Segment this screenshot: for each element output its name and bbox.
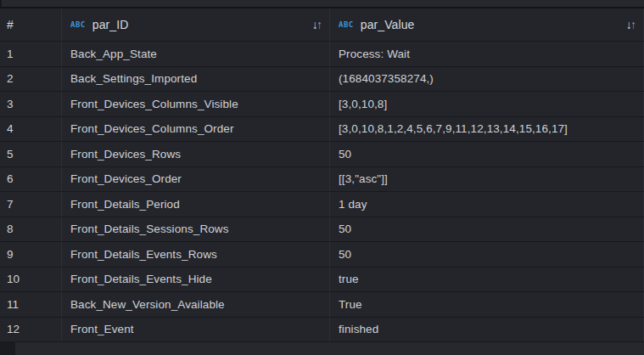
column-header-index: # xyxy=(0,8,62,41)
table-panel: # ABC par_ID ↓↑ ABC par_Value ↓↑ 1 Back_… xyxy=(0,0,644,355)
column-header-par-value-label: par_Value xyxy=(361,18,415,31)
row-index-cell: 9 xyxy=(0,242,62,267)
table-row: 11 Back_New_Version_Available True xyxy=(0,292,644,318)
row-index-cell: 4 xyxy=(0,117,62,142)
panel-bottom-edge xyxy=(0,342,644,355)
column-header-par-id-label: par_ID xyxy=(92,18,129,31)
table-row: 1 Back_App_State Process: Wait xyxy=(0,42,644,67)
row-index-cell: 6 xyxy=(0,167,62,192)
row-index-cell: 2 xyxy=(0,67,62,92)
par-value-cell: [3,0,10,8] xyxy=(330,92,644,116)
table-row: 5 Front_Devices_Rows 50 xyxy=(0,142,644,167)
row-index-cell: 8 xyxy=(0,217,62,242)
panel-top-edge xyxy=(0,0,644,7)
sort-icon[interactable]: ↓↑ xyxy=(312,19,322,31)
row-index-cell: 3 xyxy=(0,92,62,116)
table-row: 12 Front_Event finished xyxy=(0,318,644,343)
par-value-cell: true xyxy=(330,268,644,292)
row-index-cell: 1 xyxy=(0,42,62,66)
par-id-cell: Front_Details_Events_Hide xyxy=(62,268,330,292)
table-header-row: # ABC par_ID ↓↑ ABC par_Value ↓↑ xyxy=(0,8,644,42)
row-index-cell: 7 xyxy=(0,192,62,217)
sort-icon[interactable]: ↓↑ xyxy=(626,19,636,31)
par-id-cell: Back_Settings_Imported xyxy=(62,67,330,92)
par-value-cell: 50 xyxy=(330,242,644,267)
table-row: 6 Front_Devices_Order [[3,"asc"]] xyxy=(0,167,644,193)
table-row: 8 Front_Details_Sessions_Rows 50 xyxy=(0,217,644,243)
column-header-index-label: # xyxy=(7,18,14,31)
parameters-table: # ABC par_ID ↓↑ ABC par_Value ↓↑ 1 Back_… xyxy=(0,8,644,342)
par-value-cell: 50 xyxy=(330,217,644,242)
row-index-cell: 5 xyxy=(0,142,62,166)
sort-up-arrow-icon: ↑ xyxy=(630,18,636,31)
table-row: 7 Front_Details_Period 1 day xyxy=(0,192,644,217)
par-id-cell: Front_Devices_Columns_Visible xyxy=(62,92,330,116)
par-value-cell: finished xyxy=(330,318,644,342)
par-id-cell: Front_Devices_Order xyxy=(62,167,330,192)
par-id-cell: Front_Details_Sessions_Rows xyxy=(62,217,330,242)
par-value-cell: 50 xyxy=(330,142,644,166)
par-value-cell: Process: Wait xyxy=(330,42,644,66)
par-id-cell: Front_Devices_Columns_Order xyxy=(62,117,330,142)
par-value-cell: 1 day xyxy=(330,192,644,217)
par-value-cell: [[3,"asc"]] xyxy=(330,167,644,192)
table-row: 2 Back_Settings_Imported (1684037358274,… xyxy=(0,67,644,93)
row-index-cell: 12 xyxy=(0,318,62,342)
par-value-cell: [3,0,10,8,1,2,4,5,6,7,9,11,12,13,14,15,1… xyxy=(330,117,644,142)
par-value-cell: (1684037358274,) xyxy=(330,67,644,92)
column-header-par-id[interactable]: ABC par_ID ↓↑ xyxy=(62,8,330,41)
par-value-cell: True xyxy=(330,292,644,317)
par-id-cell: Front_Devices_Rows xyxy=(62,142,330,166)
table-row: 10 Front_Details_Events_Hide true xyxy=(0,268,644,293)
string-type-icon: ABC xyxy=(70,20,86,29)
row-index-cell: 11 xyxy=(0,292,62,317)
bottom-left-corner xyxy=(0,342,15,355)
table-row: 3 Front_Devices_Columns_Visible [3,0,10,… xyxy=(0,92,644,117)
sort-up-arrow-icon: ↑ xyxy=(316,18,322,31)
par-id-cell: Back_App_State xyxy=(62,42,330,66)
par-id-cell: Front_Details_Events_Rows xyxy=(62,242,330,267)
table-row: 4 Front_Devices_Columns_Order [3,0,10,8,… xyxy=(0,117,644,143)
par-id-cell: Front_Event xyxy=(62,318,330,342)
table-row: 9 Front_Details_Events_Rows 50 xyxy=(0,242,644,268)
par-id-cell: Back_New_Version_Available xyxy=(62,292,330,317)
column-header-par-value[interactable]: ABC par_Value ↓↑ xyxy=(330,8,644,41)
row-index-cell: 10 xyxy=(0,268,62,292)
par-id-cell: Front_Details_Period xyxy=(62,192,330,217)
string-type-icon: ABC xyxy=(339,20,354,29)
